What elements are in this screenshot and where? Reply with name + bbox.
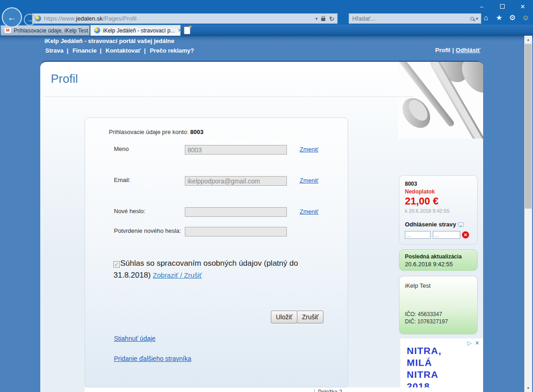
cancel-button[interactable]: Zrušiť [297, 311, 323, 323]
minimize-button[interactable]: – [471, 0, 492, 13]
input-email[interactable] [185, 176, 287, 186]
change-email-link[interactable]: Zmeniť [300, 177, 318, 184]
table-column-divider [314, 389, 315, 392]
page-title: Profil [51, 72, 78, 86]
user-links: Profil|Odhlásiť [435, 47, 480, 54]
url-scheme: https://www. [44, 15, 76, 22]
bottom-table-strip: Položka 2 [85, 387, 483, 392]
tab-bar: M Prihlasovacie údaje, iKelp Test ... iK… [0, 25, 533, 36]
url-path: /Pages/Profil [103, 15, 137, 22]
tab-ikelp-title: iKelp Jedáleň - stravovací p... [103, 27, 175, 34]
consent-show-cancel-link[interactable]: Zobraziť / Zrušiť [153, 271, 202, 279]
balance-card: 8003 Nedoplatok 21,00 € k 20.6.2018 9:42… [399, 175, 478, 245]
ad-line: NITRA, [407, 345, 441, 357]
address-dropdown-icon[interactable]: ▾ [315, 16, 318, 21]
search-box: ▾ [349, 13, 481, 24]
form-heading-prefix: Prihlasovacie údaje pre konto: [109, 129, 190, 135]
scroll-down-icon[interactable]: ▼ [524, 384, 532, 392]
tooltip-bubble-icon[interactable] [458, 222, 464, 227]
browser-action-icons: ⌂ ★ ⚙ ☺ [481, 13, 530, 22]
organization-dic: DIČ: 1076327197 [405, 318, 448, 325]
unsubscribe-clear-button[interactable]: ✕ [462, 231, 469, 239]
input-nove-heslo[interactable] [185, 207, 287, 217]
gmail-icon: M [5, 28, 11, 33]
table-item-label: Položka 2 [318, 389, 342, 392]
ad-line: NITRA [407, 369, 441, 381]
last-update-card: Posledná aktualizácia 20.6.2018 9:42:55 [399, 249, 478, 271]
consent-checkbox[interactable]: ✓ [113, 261, 120, 268]
page-scrollbar[interactable]: ▲ ▼ [524, 36, 532, 392]
advertisement[interactable]: ▷ ✕ NITRA, MILÁ NITRA 2018 [400, 338, 483, 392]
maximize-button[interactable] [492, 0, 512, 13]
organization-ico: IČO: 45633347 [405, 311, 442, 317]
title-divider [44, 97, 414, 97]
add-diner-link[interactable]: Pridanie ďalšieho stravníka [114, 355, 191, 362]
site-nav: Strava | Financie | Kontaktovať | Prečo … [45, 47, 194, 54]
tab-ikelp-active[interactable]: iKelp Jedáleň - stravovací p... ✕ [90, 25, 181, 36]
nav-item-kontaktovat[interactable]: Kontaktovať [106, 47, 141, 54]
home-icon[interactable]: ⌂ [481, 14, 490, 22]
title-bar: – ✕ [0, 0, 533, 13]
adchoices-icon[interactable]: ▷ [468, 340, 472, 346]
nav-item-strava[interactable]: Strava [45, 47, 64, 54]
user-links-separator: | [452, 47, 454, 54]
profil-link[interactable]: Profil [435, 47, 450, 54]
consent-block: ✓Súhlas so spracovaním osobných údajov (… [113, 258, 333, 281]
form-heading: Prihlasovacie údaje pre konto: 8003 [109, 129, 204, 135]
unsubscribe-date-from-input[interactable] [405, 231, 431, 239]
refresh-icon[interactable]: ↻ [329, 15, 334, 22]
ikelp-favicon-icon [94, 27, 100, 33]
ad-line: MILÁ [407, 357, 441, 369]
address-bar[interactable]: https://www.jedalen.sk/Pages/Profil ▾ ↻ [32, 13, 338, 24]
new-tab-button[interactable]: ★ [184, 27, 190, 34]
label-email: Email: [114, 177, 130, 183]
window-controls: – ✕ [471, 0, 533, 13]
label-nove-heslo: Nové heslo: [114, 208, 145, 215]
consent-text: Súhlas so spracovaním osobných údajov (p… [113, 259, 298, 279]
security-lock-icon[interactable] [321, 18, 325, 21]
balance-amount: 21,00 € [405, 195, 438, 207]
content-card: Profil Prihlasovacie údaje pre konto: 80… [40, 61, 483, 392]
settings-gear-icon[interactable]: ⚙ [508, 13, 517, 22]
unsubscribe-date-to-input[interactable] [433, 231, 460, 239]
site-favicon-icon [35, 16, 41, 21]
new-tab-star-icon: ★ [188, 24, 192, 29]
logout-link[interactable]: Odhlásiť [456, 47, 480, 54]
input-meno[interactable] [185, 145, 287, 155]
url-domain: jedalen.sk [76, 15, 103, 22]
balance-account: 8003 [405, 181, 417, 187]
back-button[interactable]: ← [2, 7, 22, 27]
organization-name: iKelp Test [405, 282, 431, 289]
page-viewport: iKelp Jedáleň - stravovací portál vašej … [0, 36, 533, 392]
nav-separator: | [67, 47, 69, 54]
change-meno-link[interactable]: Zmeniť [300, 146, 318, 153]
search-input[interactable] [349, 15, 470, 22]
save-button[interactable]: Uložiť [271, 311, 297, 323]
ad-close-icon[interactable]: ✕ [475, 340, 479, 346]
input-potvrdenie-hesla[interactable] [185, 227, 287, 236]
tab-close-icon[interactable]: ✕ [175, 27, 181, 33]
favorites-icon[interactable]: ★ [495, 13, 504, 22]
download-data-link[interactable]: Stiahnuť údaje [114, 335, 156, 342]
balance-asof: k 20.6.2018 9:42:55 [405, 208, 449, 214]
site-header-title: iKelp Jedáleň - stravovací portál vašej … [44, 38, 174, 44]
scrollbar-thumb[interactable] [525, 44, 532, 209]
nav-item-financie[interactable]: Financie [72, 47, 97, 54]
label-potvrdenie-hesla: Potvrdenie nového hesla: [114, 227, 181, 234]
browser-window: – ✕ ← → https://www.jedalen.sk/Pages/Pro… [0, 0, 533, 392]
organization-card: iKelp Test IČO: 45633347 DIČ: 1076327197 [399, 276, 478, 334]
last-update-label: Posledná aktualizácia [405, 253, 462, 260]
scroll-up-icon[interactable]: ▲ [524, 36, 532, 43]
search-icon[interactable] [470, 17, 474, 21]
balance-label: Nedoplatok [405, 188, 435, 195]
feedback-smiley-icon[interactable]: ☺ [521, 14, 530, 22]
label-meno: Meno [114, 145, 129, 152]
nav-item-preco-reklamy[interactable]: Prečo reklamy? [150, 47, 194, 54]
form-heading-account: 8003 [190, 129, 204, 135]
unsubscribe-meals-text: Odhlásenie stravy [405, 221, 456, 228]
search-dropdown-icon[interactable]: ▾ [476, 16, 478, 21]
change-heslo-link[interactable]: Zmeniť [300, 208, 318, 215]
forward-button[interactable]: → [24, 14, 36, 26]
last-update-value: 20.6.2018 9:42:55 [405, 261, 453, 268]
close-button[interactable]: ✕ [512, 0, 533, 13]
